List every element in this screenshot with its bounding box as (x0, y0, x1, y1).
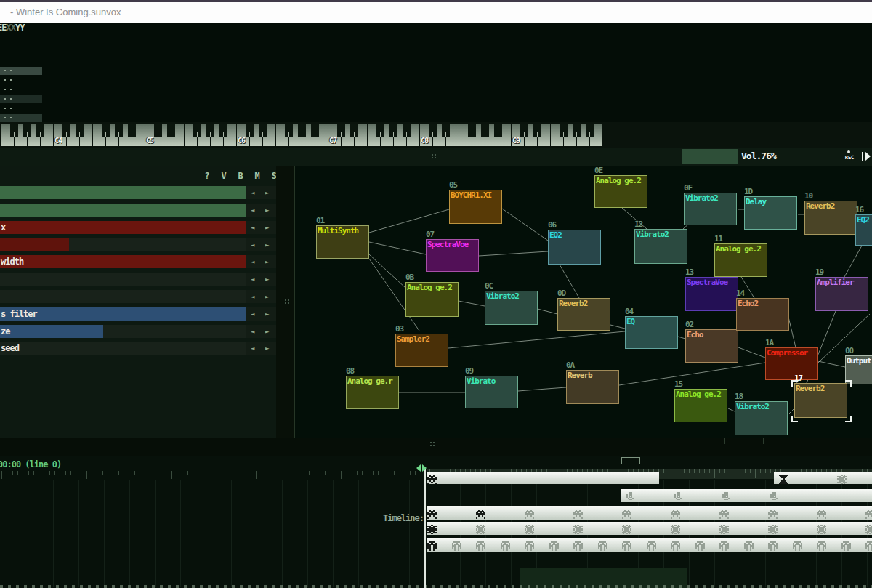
minimize-button[interactable]: — (844, 4, 863, 20)
arrow-right-icon[interactable]: ► (265, 310, 269, 318)
arrow-right-icon[interactable]: ► (265, 258, 269, 265)
arrow-left-icon[interactable]: ◄ (251, 310, 254, 318)
arrow-right-icon[interactable]: ► (265, 224, 269, 231)
module-reverb2[interactable]: Reverb2 (804, 201, 857, 235)
slider-arrows[interactable]: ◄► (246, 273, 276, 286)
black-key[interactable] (560, 124, 568, 137)
module-boychr1-xi[interactable]: BOYCHR1.XI (449, 190, 502, 224)
arrow-left-icon[interactable]: ◄ (251, 206, 254, 214)
module-vibrato2[interactable]: Vibrato2 (735, 401, 788, 435)
black-key[interactable] (533, 124, 541, 137)
black-key[interactable] (376, 124, 384, 137)
black-key[interactable] (468, 124, 476, 137)
black-key[interactable] (62, 124, 70, 137)
black-key[interactable] (573, 124, 581, 137)
pattern-slot[interactable] (0, 95, 42, 103)
module-spectravoe[interactable]: SpectraVoe (685, 277, 738, 311)
pattern-slot[interactable] (0, 105, 42, 113)
volume-slider[interactable] (682, 149, 738, 164)
black-key[interactable] (586, 124, 594, 137)
module-eq2[interactable]: EQ2 (855, 214, 872, 246)
black-key[interactable] (311, 124, 319, 137)
black-key[interactable] (219, 124, 227, 137)
pattern-block[interactable] (427, 472, 659, 484)
module-reverb2[interactable]: Reverb2 (557, 298, 610, 331)
black-key[interactable] (481, 124, 489, 137)
black-key[interactable] (167, 124, 175, 137)
arrow-right-icon[interactable]: ► (265, 241, 269, 249)
module-amplifier[interactable]: Amplifier (815, 277, 868, 311)
module-reverb[interactable]: Reverb (566, 370, 619, 404)
panel-splitter[interactable] (276, 166, 294, 438)
module-sampler2[interactable]: Sampler2 (395, 334, 448, 367)
controller-slider[interactable] (0, 204, 246, 217)
module-vibrato[interactable]: Vibrato (465, 376, 518, 408)
slider-arrows[interactable]: ◄► (246, 255, 276, 268)
black-key[interactable] (442, 124, 450, 137)
slider-arrows[interactable]: ◄► (246, 238, 276, 251)
loop-marker[interactable] (621, 457, 640, 464)
controller-slider[interactable] (0, 238, 246, 251)
module-delay[interactable]: Delay (744, 196, 797, 230)
black-key[interactable] (494, 124, 502, 137)
module-echo[interactable]: Echo (685, 329, 738, 363)
pattern-slot[interactable] (0, 114, 42, 122)
arrow-right-icon[interactable]: ► (265, 293, 269, 300)
panel-button-v[interactable]: V (217, 171, 230, 182)
arrow-left-icon[interactable]: ◄ (251, 189, 254, 196)
black-key[interactable] (10, 124, 18, 137)
slider-arrows[interactable]: ◄► (246, 325, 276, 338)
slider-arrows[interactable]: ◄► (246, 307, 276, 321)
arrow-left-icon[interactable]: ◄ (251, 275, 254, 283)
module-compressor[interactable]: Compressor (765, 347, 818, 380)
panel-button-?[interactable]: ? (201, 171, 214, 182)
black-key[interactable] (23, 124, 31, 137)
arrow-right-icon[interactable]: ► (265, 345, 269, 352)
module-analog-ge-2[interactable]: Analog ge.2 (714, 243, 767, 277)
controller-slider[interactable] (0, 273, 246, 286)
controller-slider[interactable]: s filter (0, 307, 246, 321)
controller-slider[interactable]: width (0, 255, 246, 268)
black-key[interactable] (36, 124, 44, 137)
arrow-right-icon[interactable]: ► (265, 206, 269, 214)
black-key[interactable] (128, 124, 136, 137)
black-key[interactable] (337, 124, 345, 137)
black-key[interactable] (259, 124, 267, 137)
controller-slider[interactable]: seed (0, 342, 246, 355)
piano-keyboard[interactable]: C4C5C6C7C8C9 (0, 122, 872, 148)
titlebar[interactable]: - Winter Is Coming.sunvox — (0, 2, 872, 23)
black-key[interactable] (154, 124, 162, 137)
arrow-left-icon[interactable]: ◄ (251, 224, 254, 231)
black-key[interactable] (76, 124, 84, 137)
controller-slider[interactable]: ze (0, 325, 246, 338)
module-vibrato2[interactable]: Vibrato2 (634, 229, 687, 264)
module-vibrato2[interactable]: Vibrato2 (684, 193, 737, 225)
arrow-right-icon[interactable]: ► (265, 275, 269, 283)
panel-button-m[interactable]: M (251, 171, 264, 182)
pattern-slot[interactable] (0, 67, 42, 75)
timeline-splitter[interactable] (0, 438, 872, 456)
slider-arrows[interactable]: ◄► (246, 204, 276, 217)
black-key[interactable] (285, 124, 293, 137)
module-multisynth[interactable]: MultiSynth (316, 225, 369, 259)
black-key[interactable] (193, 124, 201, 137)
pattern-slot[interactable] (0, 76, 42, 84)
arrow-left-icon[interactable]: ◄ (251, 258, 254, 265)
timeline-divider[interactable] (424, 469, 426, 588)
controller-slider[interactable]: x (0, 221, 246, 234)
arrow-left-icon[interactable]: ◄ (251, 328, 254, 335)
pattern-slot[interactable] (0, 86, 42, 94)
module-spectravoe[interactable]: SpectraVoe (426, 239, 479, 272)
panel-button-b[interactable]: B (234, 171, 247, 182)
arrow-right-icon[interactable]: ► (265, 189, 269, 196)
black-key[interactable] (520, 124, 528, 137)
slider-arrows[interactable]: ◄► (246, 342, 276, 355)
timeline-section[interactable]: 00:00 (line 0) Timeline: (0, 456, 872, 588)
black-key[interactable] (350, 124, 358, 137)
module-analog-ge-r[interactable]: Analog ge.r (346, 376, 399, 409)
arrow-left-icon[interactable]: ◄ (251, 293, 254, 300)
black-key[interactable] (429, 124, 437, 137)
controller-slider[interactable] (0, 290, 246, 303)
controller-slider[interactable] (0, 186, 246, 199)
record-button[interactable]: REC (841, 149, 857, 164)
